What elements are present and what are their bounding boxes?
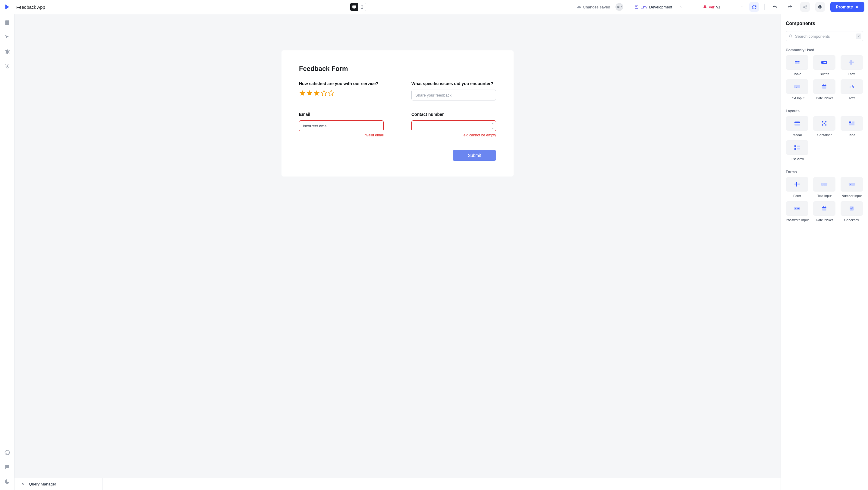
svg-point-18 — [823, 62, 824, 63]
issues-input[interactable] — [411, 90, 496, 100]
svg-point-11 — [6, 65, 8, 67]
svg-rect-60 — [825, 206, 826, 208]
svg-rect-2 — [361, 5, 363, 8]
share-button[interactable] — [800, 2, 810, 12]
save-status: Changes saved — [577, 5, 610, 9]
satisfaction-field: How satisfied are you with our service? — [299, 81, 384, 100]
settings-icon[interactable] — [4, 63, 10, 69]
component-text[interactable]: AAText — [840, 79, 863, 100]
svg-text:A: A — [849, 85, 851, 88]
device-toggle — [350, 3, 366, 11]
svg-rect-28 — [824, 85, 824, 86]
svg-rect-43 — [795, 148, 796, 150]
canvas[interactable]: Feedback Form How satisfied are you with… — [14, 14, 781, 478]
components-title: Components — [786, 21, 863, 26]
chevron-down-icon — [740, 5, 744, 9]
app-logo-icon — [4, 3, 11, 10]
clear-search-button[interactable]: ✕ — [856, 33, 861, 39]
svg-rect-21 — [850, 60, 851, 64]
component-container[interactable]: Container — [813, 116, 836, 137]
env-selector[interactable]: Env Development — [634, 5, 683, 9]
svg-point-8 — [819, 6, 821, 7]
contact-input[interactable] — [411, 120, 496, 131]
checkbox-icon — [848, 206, 855, 211]
svg-point-36 — [822, 124, 824, 126]
form-title: Feedback Form — [299, 65, 496, 73]
expand-icon — [21, 482, 25, 486]
component-date-picker-2[interactable]: Date Picker — [813, 201, 836, 222]
svg-rect-29 — [825, 85, 826, 86]
version-selector[interactable]: ver v1 — [703, 5, 744, 9]
redo-button[interactable] — [785, 2, 795, 12]
email-input[interactable] — [299, 120, 384, 131]
svg-rect-56 — [798, 208, 800, 209]
component-text-input-2[interactable]: T..Text Input — [813, 177, 836, 198]
env-icon — [634, 5, 639, 9]
component-form-2[interactable]: Form — [786, 177, 809, 198]
pages-icon[interactable] — [4, 20, 10, 26]
left-rail — [0, 14, 14, 490]
component-number-input[interactable]: 1..Number Input — [840, 177, 863, 198]
svg-rect-1 — [353, 8, 355, 8]
step-down-button[interactable]: ▼ — [490, 126, 496, 131]
svg-rect-58 — [823, 207, 827, 208]
svg-text:A: A — [851, 85, 854, 89]
divider — [629, 4, 629, 10]
svg-point-34 — [822, 121, 824, 123]
mobile-view-button[interactable] — [358, 3, 366, 11]
svg-point-19 — [824, 62, 825, 63]
user-avatar[interactable]: KR — [615, 3, 623, 11]
step-up-button[interactable]: ▲ — [490, 121, 496, 126]
svg-rect-48 — [798, 183, 800, 185]
component-password-input[interactable]: Password Input — [786, 201, 809, 222]
section-commonly-used: Commonly Used — [786, 48, 863, 52]
component-checkbox[interactable]: Checkbox — [840, 201, 863, 222]
svg-point-10 — [6, 50, 9, 54]
modal-icon — [794, 121, 801, 126]
issues-label: What specific issues did you encounter? — [411, 81, 496, 86]
undo-button[interactable] — [770, 2, 780, 12]
svg-rect-27 — [823, 85, 827, 86]
star-icon[interactable] — [306, 90, 313, 96]
star-icon[interactable] — [321, 90, 327, 96]
theme-icon[interactable] — [4, 479, 10, 485]
svg-rect-22 — [849, 62, 850, 63]
component-date-picker[interactable]: Date Picker — [813, 79, 836, 100]
query-manager-toggle[interactable]: Query Manager — [14, 478, 102, 490]
issues-field: What specific issues did you encounter? — [411, 81, 496, 100]
refresh-button[interactable] — [749, 2, 759, 12]
inspector-icon[interactable] — [4, 34, 10, 40]
contact-label: Contact number — [411, 112, 496, 117]
chat-icon[interactable] — [4, 464, 10, 470]
calendar-icon — [821, 84, 828, 89]
button-icon — [821, 60, 828, 65]
star-icon[interactable] — [328, 90, 335, 96]
svg-rect-23 — [852, 62, 854, 63]
promote-button[interactable]: Promote — [830, 2, 864, 12]
submit-button[interactable]: Submit — [453, 150, 496, 161]
version-icon — [703, 5, 707, 9]
debug-icon[interactable] — [4, 49, 10, 55]
support-icon[interactable] — [4, 450, 10, 456]
svg-rect-47 — [795, 183, 796, 185]
cloud-icon — [577, 5, 581, 9]
component-tabs[interactable]: Tabs — [840, 116, 863, 137]
component-button[interactable]: Button — [813, 55, 836, 76]
table-icon — [794, 60, 801, 65]
form-icon — [848, 60, 855, 65]
star-icon[interactable] — [299, 90, 306, 96]
component-search-input[interactable] — [786, 31, 863, 41]
svg-rect-32 — [795, 122, 800, 123]
svg-point-5 — [806, 5, 807, 6]
component-form[interactable]: Form — [840, 55, 863, 76]
star-rating[interactable] — [299, 90, 384, 96]
svg-rect-45 — [797, 148, 800, 150]
component-modal[interactable]: Modal — [786, 116, 809, 137]
desktop-view-button[interactable] — [350, 3, 358, 11]
star-icon[interactable] — [313, 90, 320, 96]
component-table[interactable]: Table — [786, 55, 809, 76]
component-list-view[interactable]: List View — [786, 140, 809, 161]
feedback-form-card: Feedback Form How satisfied are you with… — [281, 50, 514, 176]
preview-button[interactable] — [815, 2, 825, 12]
component-text-input[interactable]: T..Text Input — [786, 79, 809, 100]
